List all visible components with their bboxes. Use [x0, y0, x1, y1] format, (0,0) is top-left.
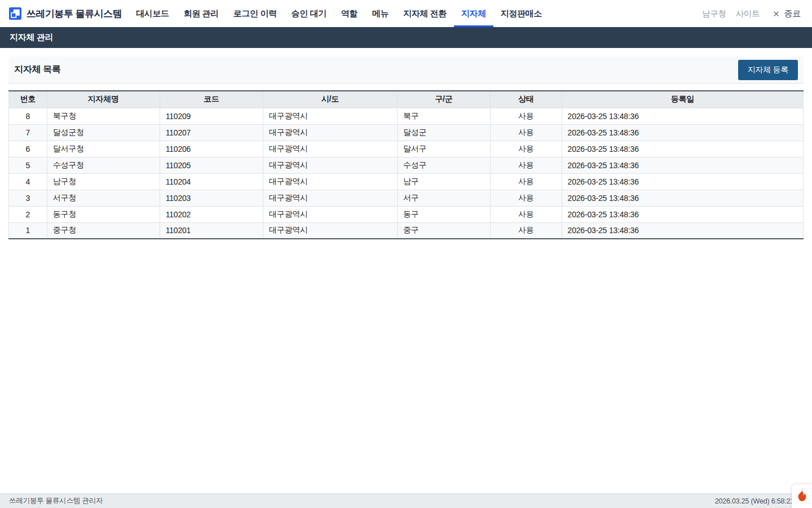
cell-name: 서구청: [47, 190, 160, 206]
cell-name: 달성군청: [47, 124, 160, 141]
cell-regdate: 2026-03-25 13:48:36: [562, 173, 803, 190]
app-title: 쓰레기봉투 물류시스템: [27, 7, 122, 20]
cell-gugun: 동구: [397, 206, 490, 222]
page-title-bar: 지자체 관리: [0, 27, 812, 48]
nav-item-dashboard[interactable]: 대시보드: [129, 0, 176, 27]
table-row[interactable]: 6 달서구청 110206 대구광역시 달서구 사용 2026-03-25 13…: [9, 141, 804, 157]
footer: 쓰레기봉투 물류시스템 관리자 2026.03.25 (Wed) 6:58:21: [0, 493, 812, 508]
cell-regdate: 2026-03-25 13:48:36: [562, 108, 803, 124]
cell-status: 사용: [490, 173, 562, 190]
cell-sido: 대구광역시: [263, 108, 397, 124]
cell-gugun: 달서구: [397, 141, 490, 157]
cell-regdate: 2026-03-25 13:48:36: [562, 157, 803, 173]
cell-name: 북구청: [47, 108, 160, 124]
table-row[interactable]: 1 중구청 110201 대구광역시 중구 사용 2026-03-25 13:4…: [9, 222, 804, 239]
cell-regdate: 2026-03-25 13:48:36: [562, 141, 803, 157]
cell-code: 110209: [160, 108, 263, 124]
table-header-row: 번호 지자체명 코드 시/도 구/군 상태 등록일: [9, 91, 804, 108]
cell-gugun: 중구: [397, 222, 490, 239]
cell-no: 3: [9, 190, 47, 206]
cell-status: 사용: [490, 206, 562, 222]
cell-no: 5: [9, 157, 47, 173]
cell-status: 사용: [490, 157, 562, 173]
cell-no: 8: [9, 108, 47, 124]
cell-status: 사용: [490, 108, 562, 124]
col-header-gugun: 구/군: [397, 91, 490, 108]
cell-code: 110205: [160, 157, 263, 173]
cell-no: 4: [9, 173, 47, 190]
cell-sido: 대구광역시: [263, 206, 397, 222]
page-title: 지자체 관리: [10, 32, 53, 43]
top-navbar: 쓰레기봉투 물류시스템 대시보드 회원 관리 로그인 이력 승인 대기 역할 메…: [0, 0, 812, 27]
cell-gugun: 수성구: [397, 157, 490, 173]
panel-header: 지자체 목록 지자체 등록: [8, 56, 804, 84]
footer-datetime: 2026.03.25 (Wed) 6:58:21: [715, 497, 794, 505]
cell-sido: 대구광역시: [263, 157, 397, 173]
flame-icon: [796, 488, 808, 505]
col-header-sido: 시/도: [263, 91, 397, 108]
main-content: 지자체 목록 지자체 등록 번호 지자체명 코드 시/도 구/군 상태 등록일 …: [0, 48, 812, 239]
cell-no: 6: [9, 141, 47, 157]
nav-item-menu[interactable]: 메뉴: [365, 0, 396, 27]
nav-item-roles[interactable]: 역할: [334, 0, 365, 27]
brand: 쓰레기봉투 물류시스템: [9, 0, 122, 27]
table-row[interactable]: 5 수성구청 110205 대구광역시 수성구 사용 2026-03-25 13…: [9, 157, 804, 173]
col-header-name: 지자체명: [47, 91, 160, 108]
col-header-no: 번호: [9, 91, 47, 108]
cell-name: 동구청: [47, 206, 160, 222]
table-row[interactable]: 3 서구청 110203 대구광역시 서구 사용 2026-03-25 13:4…: [9, 190, 804, 206]
cell-regdate: 2026-03-25 13:48:36: [562, 124, 803, 141]
cell-gugun: 북구: [397, 108, 490, 124]
cell-gugun: 남구: [397, 173, 490, 190]
nav-item-municipality[interactable]: 지자체: [454, 0, 493, 27]
table-row[interactable]: 7 달성군청 110207 대구광역시 달성군 사용 2026-03-25 13…: [9, 124, 804, 141]
cell-code: 110203: [160, 190, 263, 206]
cell-sido: 대구광역시: [263, 222, 397, 239]
cell-no: 1: [9, 222, 47, 239]
cell-status: 사용: [490, 222, 562, 239]
main-nav: 대시보드 회원 관리 로그인 이력 승인 대기 역할 메뉴 지자체 전환 지자체…: [129, 0, 549, 27]
nav-item-approval-pending[interactable]: 승인 대기: [284, 0, 334, 27]
panel-title: 지자체 목록: [14, 64, 61, 76]
cell-name: 남구청: [47, 173, 160, 190]
cell-regdate: 2026-03-25 13:48:36: [562, 190, 803, 206]
cell-status: 사용: [490, 124, 562, 141]
cell-regdate: 2026-03-25 13:48:36: [562, 222, 803, 239]
exit-button[interactable]: ✕ 종료: [773, 8, 801, 19]
cell-status: 사용: [490, 141, 562, 157]
exit-label: 종료: [784, 8, 801, 19]
cell-regdate: 2026-03-25 13:48:36: [562, 206, 803, 222]
cell-no: 2: [9, 206, 47, 222]
register-municipality-button[interactable]: 지자체 등록: [738, 60, 798, 80]
app-logo-icon: [9, 7, 21, 20]
current-org-label: 남구청: [702, 8, 726, 19]
cell-sido: 대구광역시: [263, 124, 397, 141]
cell-sido: 대구광역시: [263, 190, 397, 206]
cell-code: 110204: [160, 173, 263, 190]
cell-gugun: 달성군: [397, 124, 490, 141]
nav-item-municipality-switch[interactable]: 지자체 전환: [396, 0, 454, 27]
cell-name: 달서구청: [47, 141, 160, 157]
cell-code: 110206: [160, 141, 263, 157]
debug-toolbar-button[interactable]: [792, 484, 812, 508]
cell-code: 110207: [160, 124, 263, 141]
cell-status: 사용: [490, 190, 562, 206]
table-row[interactable]: 2 동구청 110202 대구광역시 동구 사용 2026-03-25 13:4…: [9, 206, 804, 222]
cell-name: 중구청: [47, 222, 160, 239]
cell-gugun: 서구: [397, 190, 490, 206]
col-header-status: 상태: [490, 91, 562, 108]
nav-item-login-history[interactable]: 로그인 이력: [226, 0, 284, 27]
cell-code: 110201: [160, 222, 263, 239]
table-row[interactable]: 4 남구청 110204 대구광역시 남구 사용 2026-03-25 13:4…: [9, 173, 804, 190]
footer-admin-label: 쓰레기봉투 물류시스템 관리자: [9, 496, 103, 506]
nav-item-designated-sellers[interactable]: 지정판매소: [493, 0, 549, 27]
nav-item-members[interactable]: 회원 관리: [176, 0, 226, 27]
cell-no: 7: [9, 124, 47, 141]
municipality-table: 번호 지자체명 코드 시/도 구/군 상태 등록일 8 북구청 110209 대…: [8, 90, 804, 239]
close-icon: ✕: [773, 10, 779, 18]
cell-sido: 대구광역시: [263, 141, 397, 157]
col-header-regdate: 등록일: [562, 91, 803, 108]
navbar-right: 남구청 사이트 ✕ 종료: [702, 0, 801, 27]
table-row[interactable]: 8 북구청 110209 대구광역시 북구 사용 2026-03-25 13:4…: [9, 108, 804, 124]
site-link[interactable]: 사이트: [736, 8, 760, 19]
